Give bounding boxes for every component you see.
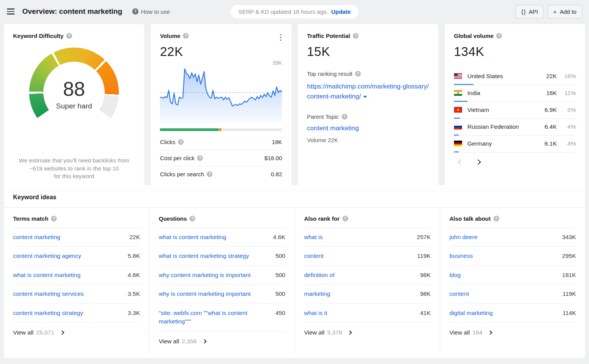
help-icon[interactable]: ? bbox=[494, 216, 499, 221]
volume-peak-label: 39K bbox=[160, 60, 282, 66]
flag-ru-icon bbox=[454, 124, 462, 130]
view-all-link[interactable]: View all 164 bbox=[449, 323, 576, 339]
country-row: Vietnam 6.9K 5% bbox=[454, 102, 576, 119]
keyword-row: content marketing agency 5.8K bbox=[13, 247, 140, 266]
metric-cards-row: Keyword Difficulty ? 88 Super hard We es… bbox=[0, 23, 589, 175]
keyword-column: Terms match ? content marketing 22K cont… bbox=[4, 208, 149, 353]
help-icon[interactable]: ? bbox=[197, 155, 203, 161]
country-bar bbox=[454, 151, 459, 152]
country-percent: 16% bbox=[560, 73, 576, 80]
keyword-link[interactable]: content marketing strategy bbox=[13, 309, 83, 317]
top-ranking-url[interactable]: https://mailchimp.com/marketing-glossary… bbox=[307, 82, 429, 102]
top-bar: Overview: content marketing ? How to use… bbox=[0, 0, 589, 23]
help-icon[interactable]: ? bbox=[207, 171, 212, 177]
keyword-volume: 500 bbox=[275, 290, 285, 298]
country-row: Russian Federation 6.4K 4% bbox=[454, 119, 576, 136]
keyword-link[interactable]: what is content marketing bbox=[13, 271, 81, 279]
country-name: United States bbox=[467, 73, 546, 80]
help-icon[interactable]: ? bbox=[66, 33, 72, 39]
flag-us-icon bbox=[454, 73, 462, 79]
keyword-link[interactable]: blog bbox=[449, 271, 461, 279]
api-button[interactable]: { } API bbox=[515, 5, 543, 18]
view-all-count: 25,071 bbox=[36, 329, 54, 336]
how-to-use-link[interactable]: ? How to use bbox=[132, 8, 170, 15]
keyword-link[interactable]: content bbox=[304, 252, 324, 260]
keyword-volume: 3.5K bbox=[128, 290, 140, 298]
help-icon[interactable]: ? bbox=[353, 33, 359, 39]
keyword-row: content marketing services 3.5K bbox=[13, 285, 140, 303]
keyword-ideas-columns: Terms match ? content marketing 22K cont… bbox=[4, 208, 585, 353]
keyword-ideas-card: Keyword ideas Terms match ? content mark… bbox=[4, 185, 585, 358]
keyword-link[interactable]: john deere bbox=[449, 233, 477, 241]
keyword-link[interactable]: content bbox=[449, 290, 469, 298]
keyword-column-title: Terms match ? bbox=[13, 215, 140, 228]
keyword-row: john deere 343K bbox=[449, 228, 576, 247]
country-volume: 6.9K bbox=[545, 107, 557, 113]
keyword-link[interactable]: definition of bbox=[304, 271, 334, 279]
help-icon[interactable]: ? bbox=[183, 33, 189, 39]
help-icon[interactable]: ? bbox=[496, 33, 502, 39]
help-icon[interactable]: ? bbox=[178, 139, 184, 145]
keyword-volume: 119K bbox=[563, 290, 576, 298]
keyword-link[interactable]: what is content marketing strategy bbox=[159, 252, 249, 260]
chevron-right-icon bbox=[488, 331, 492, 335]
parent-topic-link[interactable]: content marketing bbox=[307, 125, 359, 132]
flag-vn-icon bbox=[454, 107, 462, 113]
menu-icon[interactable] bbox=[7, 8, 15, 15]
country-name: Russian Federation bbox=[467, 123, 545, 130]
volume-trend-chart bbox=[160, 66, 282, 123]
keyword-link[interactable]: why is content marketing important bbox=[159, 290, 251, 298]
global-volume-value: 134K bbox=[454, 44, 576, 59]
keyword-link[interactable]: what is bbox=[304, 233, 322, 241]
chevron-left-icon[interactable] bbox=[458, 159, 463, 165]
keyword-row: blog 181K bbox=[449, 266, 576, 285]
global-volume-card: Global volume ? 134K United States 22K 1… bbox=[445, 24, 585, 190]
view-all-link[interactable]: View all 2,356 bbox=[159, 331, 285, 348]
keyword-link[interactable]: what is content marketing bbox=[159, 233, 226, 241]
view-all-link[interactable]: View all 5,378 bbox=[304, 323, 431, 339]
kebab-menu-icon[interactable] bbox=[278, 33, 284, 42]
keyword-link[interactable]: content marketing services bbox=[13, 290, 84, 298]
keyword-link[interactable]: marketing bbox=[304, 290, 330, 298]
keyword-link[interactable]: what is it bbox=[304, 309, 327, 317]
keyword-column: Questions ? what is content marketing 4.… bbox=[149, 208, 294, 353]
chevron-down-icon[interactable] bbox=[363, 96, 367, 98]
country-row: India 16K 11% bbox=[454, 85, 576, 102]
keyword-link[interactable]: content marketing bbox=[13, 233, 60, 241]
keyword-row: why content marketing is important 500 bbox=[159, 266, 285, 285]
keyword-link[interactable]: business bbox=[449, 252, 473, 260]
keyword-difficulty-card: Keyword Difficulty ? 88 Super hard We es… bbox=[4, 24, 144, 190]
keyword-row: what is content marketing 4.6K bbox=[159, 228, 285, 247]
keyword-volume: 257K bbox=[417, 233, 431, 241]
braces-icon: { } bbox=[521, 8, 525, 15]
keyword-volume: 41K bbox=[420, 309, 431, 317]
keyword-row: digital marketing 114K bbox=[449, 304, 576, 323]
help-icon[interactable]: ? bbox=[51, 216, 57, 221]
keyword-link[interactable]: why content marketing is important bbox=[159, 271, 251, 279]
update-link[interactable]: Update bbox=[331, 8, 351, 15]
chevron-right-icon[interactable] bbox=[475, 159, 481, 165]
keyword-column: Also rank for ? what is 257K content 119… bbox=[294, 208, 440, 353]
top-ranking-label: Top ranking result ? bbox=[307, 71, 429, 77]
country-list: United States 22K 16% India 16K 11% Viet… bbox=[454, 68, 576, 152]
keyword-link[interactable]: "site: webfx.com ""what is content marke… bbox=[159, 309, 255, 326]
keyword-link[interactable]: content marketing agency bbox=[13, 252, 81, 260]
country-name: Vietnam bbox=[467, 107, 545, 113]
view-all-link[interactable]: View all 25,071 bbox=[13, 323, 140, 339]
keyword-link[interactable]: digital marketing bbox=[449, 309, 493, 317]
country-row: United States 22K 16% bbox=[454, 68, 576, 85]
help-icon[interactable]: ? bbox=[342, 114, 347, 120]
help-icon[interactable]: ? bbox=[355, 71, 361, 77]
help-icon[interactable]: ? bbox=[189, 216, 195, 221]
country-volume: 6.4K bbox=[545, 123, 557, 130]
chevron-right-icon bbox=[347, 331, 352, 335]
traffic-title: Traffic Potential ? bbox=[307, 33, 429, 39]
keyword-volume: 114K bbox=[563, 309, 576, 317]
keyword-row: business 295K bbox=[449, 247, 576, 266]
add-to-button[interactable]: + Add to bbox=[548, 5, 582, 18]
keyword-column-title: Also rank for ? bbox=[304, 215, 431, 228]
keyword-row: content marketing 22K bbox=[13, 228, 140, 247]
help-icon[interactable]: ? bbox=[342, 216, 348, 221]
keyword-volume: 98K bbox=[420, 290, 431, 298]
keyword-row: what is content marketing 4.6K bbox=[13, 266, 140, 285]
